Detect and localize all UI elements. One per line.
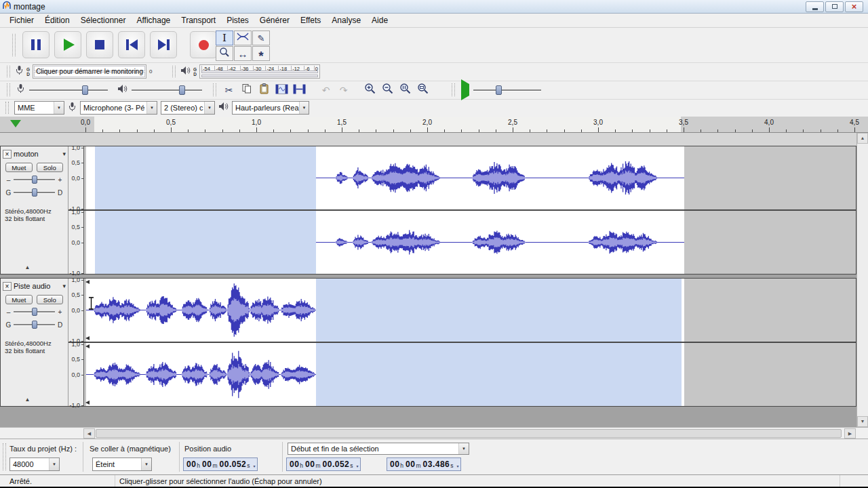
vertical-scale-ruler[interactable]: 1,00,50,0-1,0: [68, 279, 84, 342]
menu-item-selectionner[interactable]: Sélectionner: [75, 14, 132, 26]
selection-tool-button[interactable]: I: [216, 30, 233, 45]
slider-thumb[interactable]: [82, 85, 88, 95]
zoom-fit-project-button[interactable]: [416, 83, 430, 97]
track-menu-arrow-icon[interactable]: ▾: [62, 283, 66, 289]
trim-audio-button[interactable]: [275, 83, 289, 97]
track-close-button[interactable]: ×: [3, 282, 12, 291]
snap-to-select[interactable]: Éteint▼: [92, 458, 152, 471]
toolbar-grip[interactable]: [12, 34, 16, 56]
playback-speed-slider[interactable]: [473, 85, 541, 96]
minimize-button[interactable]: [806, 1, 824, 12]
toolbar-grip[interactable]: [5, 102, 9, 114]
scroll-left-button[interactable]: ◀: [83, 428, 95, 439]
audio-host-select[interactable]: MME▼: [14, 101, 64, 115]
channel-lane[interactable]: [84, 211, 856, 274]
menu-item-fichier[interactable]: Fichier: [4, 14, 39, 26]
solo-button[interactable]: Solo: [37, 163, 64, 172]
slider-thumb[interactable]: [32, 308, 37, 316]
mute-button[interactable]: Muet: [5, 295, 33, 304]
toolbar-grip[interactable]: [452, 83, 455, 96]
slider-thumb[interactable]: [179, 85, 185, 95]
menu-item-affichage[interactable]: Affichage: [131, 14, 176, 26]
zoom-tool-button[interactable]: [216, 46, 233, 61]
app-icon[interactable]: [2, 1, 12, 13]
pan-slider[interactable]: [14, 188, 55, 197]
timeshift-tool-button[interactable]: ↔: [234, 46, 252, 61]
pan-slider[interactable]: [14, 320, 55, 329]
solo-button[interactable]: Solo: [37, 295, 64, 304]
scroll-right-button[interactable]: ▶: [844, 428, 856, 439]
track-control-panel[interactable]: ×Piste audio▾MuetSolo–+GDStéréo,48000Hz3…: [1, 279, 68, 406]
slider-thumb[interactable]: [32, 321, 37, 329]
output-volume-slider[interactable]: [132, 85, 202, 96]
channel-lane[interactable]: [84, 343, 856, 406]
vertical-scale-ruler[interactable]: 1,00,50,0-1,0: [68, 146, 84, 209]
zoom-to-selection-button[interactable]: [398, 83, 412, 97]
multi-tool-button[interactable]: *: [252, 46, 270, 61]
recording-meter[interactable]: Cliquer pour démarrer le monitoring: [33, 64, 146, 79]
mute-button[interactable]: Muet: [5, 163, 33, 172]
redo-button[interactable]: ↷: [336, 83, 351, 97]
timecode-format-arrow-icon[interactable]: ▾: [357, 464, 359, 470]
play-at-speed-button[interactable]: [461, 84, 469, 96]
zoom-out-button[interactable]: [380, 83, 395, 97]
track-close-button[interactable]: ×: [3, 150, 12, 159]
silence-audio-button[interactable]: [292, 83, 307, 97]
timecode-digits[interactable]: 00: [186, 460, 197, 469]
skip-to-end-button[interactable]: [150, 31, 177, 58]
channel-lane[interactable]: [84, 279, 856, 342]
timecode-digits[interactable]: 00: [201, 460, 212, 469]
vertical-scrollbar[interactable]: ▲ ▼: [856, 133, 868, 427]
track-collapse-button[interactable]: ▲: [1, 396, 54, 405]
timecode-digits[interactable]: 00.052: [322, 460, 351, 469]
timecode-digits[interactable]: 00: [289, 460, 300, 469]
input-volume-slider[interactable]: [29, 85, 108, 96]
skip-to-start-button[interactable]: [118, 31, 145, 58]
gain-slider[interactable]: [14, 307, 55, 317]
close-button[interactable]: ×: [845, 1, 863, 12]
scroll-up-button[interactable]: ▲: [857, 133, 868, 144]
menu-item-edition[interactable]: Édition: [39, 14, 75, 26]
pause-button[interactable]: [22, 31, 50, 58]
recording-device-select[interactable]: Microphone (3- Pé▼: [80, 101, 157, 115]
selection-end-timecode[interactable]: 00h00m03.486s▾: [387, 458, 461, 471]
slider-thumb[interactable]: [32, 188, 37, 197]
track-collapse-button[interactable]: ▲: [1, 264, 54, 272]
timecode-format-arrow-icon[interactable]: ▾: [254, 464, 256, 470]
menu-item-generer[interactable]: Générer: [254, 14, 295, 26]
cut-button[interactable]: ✂: [222, 83, 236, 97]
recording-channels-select[interactable]: 2 (Stereo) c▼: [161, 101, 215, 115]
timecode-digits[interactable]: 00: [389, 460, 400, 469]
menu-item-aide[interactable]: Aide: [366, 14, 393, 26]
play-button[interactable]: [54, 31, 81, 58]
vertical-scale-ruler[interactable]: 1,00,50,0-1,0: [68, 343, 84, 406]
toolbar-grip[interactable]: [7, 83, 10, 96]
playback-device-select[interactable]: Haut-parleurs (Rea▼: [232, 101, 309, 115]
undo-button[interactable]: ↶: [319, 83, 333, 97]
horizontal-scrollbar[interactable]: ◀ ▶: [0, 427, 868, 439]
toolbar-grip[interactable]: [172, 66, 176, 77]
timecode-digits[interactable]: 00: [304, 460, 315, 469]
stop-button[interactable]: [86, 31, 113, 58]
menu-item-transport[interactable]: Transport: [176, 14, 221, 26]
timecode-digits[interactable]: 00: [405, 460, 416, 469]
menu-item-effets[interactable]: Effets: [295, 14, 326, 26]
paste-button[interactable]: [257, 83, 271, 97]
vertical-scale-ruler[interactable]: 1,00,50,0-1,0: [68, 211, 84, 274]
gain-slider[interactable]: [14, 175, 55, 184]
selection-start-timecode[interactable]: 00h00m00.052s▾: [286, 458, 361, 471]
toolbar-grip[interactable]: [7, 66, 10, 77]
slider-thumb[interactable]: [32, 176, 37, 184]
pinned-play-head-button[interactable]: [10, 120, 21, 127]
track-menu-arrow-icon[interactable]: ▾: [62, 150, 66, 157]
maximize-button[interactable]: [825, 1, 844, 12]
toolbar-grip[interactable]: [3, 443, 6, 470]
menu-item-pistes[interactable]: Pistes: [221, 14, 254, 26]
copy-button[interactable]: [239, 83, 254, 97]
channel-lane[interactable]: [84, 146, 856, 209]
record-button[interactable]: [190, 31, 217, 58]
track-control-panel[interactable]: ×mouton▾MuetSolo–+GDStéréo,48000Hz32 bit…: [1, 146, 68, 274]
timeline-ruler[interactable]: 0,00,51,01,52,02,53,03,54,04,5: [0, 117, 868, 133]
toolbar-grip[interactable]: [213, 83, 216, 96]
scrollbar-thumb[interactable]: [96, 429, 842, 438]
